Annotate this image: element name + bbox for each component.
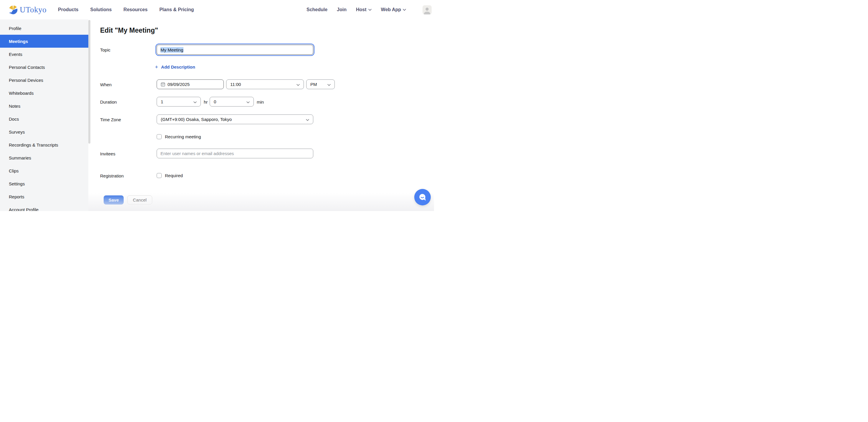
duration-hours-select[interactable]: 1 (157, 97, 201, 106)
edit-meeting-panel: Edit "My Meeting" Topic My Meeting + Add… (88, 20, 434, 211)
topic-label: Topic (100, 47, 111, 53)
duration-minutes-select[interactable]: 0 (210, 97, 254, 106)
nav-solutions[interactable]: Solutions (90, 7, 112, 12)
user-avatar-icon (423, 7, 432, 14)
duration-label: Duration (100, 99, 117, 104)
support-chat-button[interactable] (414, 189, 431, 205)
when-label: When (100, 82, 112, 87)
chevron-down-icon (297, 82, 300, 87)
sidebar-item-settings[interactable]: Settings (0, 177, 88, 190)
add-description-label: Add Description (161, 64, 195, 69)
nav-schedule[interactable]: Schedule (307, 7, 328, 12)
nav-products[interactable]: Products (58, 7, 78, 12)
save-button[interactable]: Save (104, 195, 124, 204)
recurring-checkbox[interactable] (157, 134, 162, 139)
sidebar-item-whiteboards[interactable]: Whiteboards (0, 87, 88, 99)
nav-web-app-dropdown[interactable]: Web App (381, 7, 406, 12)
logo-text: UTokyo (20, 5, 46, 14)
chevron-down-icon (403, 9, 406, 11)
registration-label: Registration (100, 173, 124, 178)
registration-checkbox[interactable] (157, 173, 162, 178)
meridiem-value: PM (310, 82, 317, 87)
settings-sidebar: Profile Meetings Events Personal Contact… (0, 20, 88, 211)
time-value: 11:00 (230, 82, 241, 87)
nav-plans-pricing[interactable]: Plans & Pricing (159, 7, 194, 12)
sidebar-item-personal-devices[interactable]: Personal Devices (0, 73, 88, 87)
nav-web-app-label: Web App (381, 7, 401, 12)
duration-hours-value: 1 (161, 99, 163, 104)
sidebar-item-surveys[interactable]: Surveys (0, 125, 88, 138)
utokyo-logo[interactable]: UTokyo (8, 5, 46, 14)
sidebar-item-recordings-transcripts[interactable]: Recordings & Transcripts (0, 138, 88, 151)
registration-option-label: Required (165, 173, 183, 178)
registration-required-option[interactable]: Required (157, 173, 183, 178)
hours-unit-label: hr (204, 99, 208, 104)
recurring-label: Recurring meeting (165, 134, 201, 139)
invitees-input[interactable] (157, 149, 313, 158)
topic-input[interactable]: My Meeting (157, 45, 313, 55)
sidebar-item-events[interactable]: Events (0, 48, 88, 61)
sidebar-item-summaries[interactable]: Summaries (0, 151, 88, 164)
recurring-meeting-option[interactable]: Recurring meeting (157, 134, 201, 139)
nav-resources[interactable]: Resources (123, 7, 148, 12)
sidebar-item-personal-contacts[interactable]: Personal Contacts (0, 61, 88, 73)
sidebar-item-reports[interactable]: Reports (0, 190, 88, 203)
page: ‹ Back to Meetings UTokyo Products Solut… (0, 0, 434, 211)
invitees-label: Invitees (100, 151, 116, 156)
topic-value: My Meeting (160, 47, 183, 53)
calendar-icon (161, 82, 165, 87)
sidebar-item-account-profile[interactable]: Account Profile (0, 203, 88, 211)
duration-minutes-value: 0 (214, 99, 216, 104)
cancel-button[interactable]: Cancel (127, 195, 152, 204)
date-picker[interactable]: 09/09/2025 (157, 79, 224, 89)
timezone-label: Time Zone (100, 117, 121, 122)
sidebar-item-meetings[interactable]: Meetings (0, 35, 88, 48)
sidebar-item-docs[interactable]: Docs (0, 112, 88, 125)
sidebar-scrollbar[interactable] (88, 20, 90, 143)
chevron-down-icon (328, 82, 331, 87)
plus-icon: + (155, 64, 158, 70)
sidebar-item-profile[interactable]: Profile (0, 22, 88, 35)
account-nav: Schedule Join Host Web App (307, 5, 432, 14)
ginkgo-leaf-icon (8, 5, 18, 14)
sidebar-item-clips[interactable]: Clips (0, 164, 88, 177)
timezone-select[interactable]: (GMT+9:00) Osaka, Sapporo, Tokyo (157, 115, 313, 124)
user-avatar[interactable] (423, 5, 432, 14)
chat-bubble-smile-icon (418, 193, 427, 202)
nav-join[interactable]: Join (337, 7, 346, 12)
time-select[interactable]: 11:00 (226, 79, 304, 89)
nav-host-dropdown[interactable]: Host (356, 7, 372, 12)
meridiem-select[interactable]: PM (306, 79, 335, 89)
date-value: 09/09/2025 (167, 82, 190, 87)
minutes-unit-label: min (257, 99, 264, 104)
main-nav: Products Solutions Resources Plans & Pri… (58, 7, 194, 12)
nav-host-label: Host (356, 7, 367, 12)
chevron-down-icon (246, 99, 250, 104)
timezone-value: (GMT+9:00) Osaka, Sapporo, Tokyo (161, 117, 232, 122)
sidebar-item-notes[interactable]: Notes (0, 99, 88, 112)
page-title: Edit "My Meeting" (100, 27, 158, 34)
top-nav-bar: UTokyo Products Solutions Resources Plan… (0, 0, 434, 20)
add-description-link[interactable]: + Add Description (155, 64, 195, 70)
chevron-down-icon (306, 117, 309, 122)
chevron-down-icon (368, 9, 372, 11)
chevron-down-icon (193, 99, 197, 104)
